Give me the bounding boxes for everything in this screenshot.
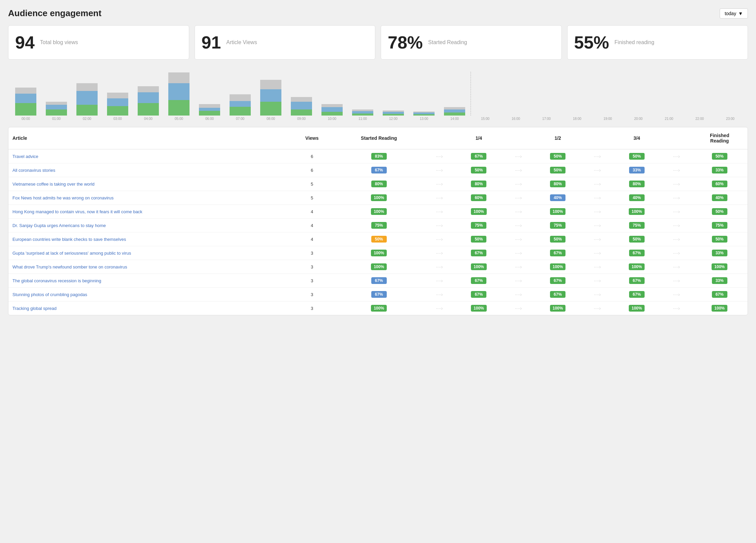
- arrow-cell: ····›: [582, 288, 612, 301]
- bar-gray: [168, 72, 189, 83]
- chart-labels: 00:0001:0002:0003:0004:0005:0006:0007:00…: [8, 116, 748, 121]
- bar-stack: [168, 72, 189, 116]
- arrow-cell: ····›: [503, 232, 534, 246]
- bar-gray: [46, 102, 67, 105]
- started-cell: 50%: [334, 232, 424, 246]
- stat-number-3: 55%: [574, 34, 609, 51]
- article-link[interactable]: Vietnamese coffee is taking over the wor…: [12, 182, 95, 187]
- article-link[interactable]: Hong Kong managed to contain virus, now …: [12, 209, 142, 214]
- date-dropdown[interactable]: today ▼: [720, 8, 748, 19]
- stat-card-3: 55% Finished reading: [567, 25, 748, 60]
- col-finished: FinishedReading: [691, 127, 748, 149]
- article-link[interactable]: The global coronavirus recession is begi…: [12, 278, 101, 283]
- bar-green: [260, 102, 281, 116]
- q3-badge: 67%: [629, 291, 645, 298]
- table-row: Travel advice 6 83% ····› 67% ····› 50% …: [8, 149, 748, 163]
- q3-badge: 40%: [629, 194, 645, 201]
- arrow-cell: ····›: [582, 177, 612, 191]
- q2-cell: 67%: [534, 288, 582, 301]
- arrow-cell: ····›: [582, 260, 612, 274]
- bar-green: [230, 107, 250, 116]
- bar-group: [72, 72, 102, 116]
- col-views: Views: [290, 127, 334, 149]
- chart-hour-label: 18:00: [562, 117, 592, 121]
- started-badge: 75%: [371, 222, 387, 229]
- q3-cell: 67%: [613, 246, 661, 260]
- article-link[interactable]: European countries write blank checks to…: [12, 237, 126, 242]
- bar-group: [654, 72, 684, 116]
- bar-group: [225, 72, 255, 116]
- arrow-cell: ····›: [661, 260, 691, 274]
- finished-badge: 40%: [712, 194, 727, 201]
- chart-hour-label: 06:00: [195, 117, 225, 121]
- table-row: Gupta 'surprised at lack of seriousness'…: [8, 246, 748, 260]
- q2-cell: 50%: [534, 163, 582, 177]
- finished-cell: 60%: [691, 177, 748, 191]
- article-link[interactable]: Fox News host admits he was wrong on cor…: [12, 195, 114, 200]
- finished-badge: 67%: [712, 291, 727, 298]
- arrow-cell: ····›: [582, 163, 612, 177]
- arrow-cell: ····›: [503, 274, 534, 288]
- bar-group: [348, 72, 378, 116]
- bar-group: [103, 72, 133, 116]
- finished-badge: 50%: [712, 208, 727, 215]
- q2-badge: 67%: [550, 250, 565, 256]
- arrow-cell: ····›: [582, 246, 612, 260]
- bar-blue: [260, 89, 281, 102]
- stat-number-0: 94: [15, 34, 35, 51]
- bar-blue: [230, 101, 250, 107]
- table-row: Vietnamese coffee is taking over the wor…: [8, 177, 748, 191]
- arrow-cell: ····›: [661, 177, 691, 191]
- chart-hour-label: 09:00: [286, 117, 316, 121]
- q2-badge: 50%: [550, 236, 565, 243]
- q1-badge: 80%: [471, 181, 486, 187]
- stat-card-0: 94 Total blog views: [8, 25, 189, 60]
- arrow-cell: ····›: [503, 191, 534, 205]
- started-cell: 67%: [334, 274, 424, 288]
- bar-group: [501, 72, 531, 116]
- q3-cell: 33%: [613, 163, 661, 177]
- article-link[interactable]: All coronavirus stories: [12, 168, 55, 173]
- article-link[interactable]: Tracking global spread: [12, 306, 57, 311]
- chart-bars: [8, 72, 748, 116]
- bar-green: [321, 112, 342, 116]
- finished-cell: 50%: [691, 205, 748, 219]
- q1-badge: 67%: [471, 250, 486, 256]
- q3-cell: 75%: [613, 219, 661, 232]
- article-link[interactable]: Stunning photos of crumbling pagodas: [12, 292, 87, 297]
- chart-hour-label: 17:00: [531, 117, 561, 121]
- bar-gray: [291, 97, 312, 102]
- bar-gray: [321, 104, 342, 107]
- started-cell: 83%: [334, 149, 424, 163]
- table-row: Dr. Sanjay Gupta urges Americans to stay…: [8, 219, 748, 232]
- q2-cell: 100%: [534, 260, 582, 274]
- finished-badge: 60%: [712, 181, 727, 187]
- bar-group: [11, 72, 41, 116]
- finished-cell: 67%: [691, 288, 748, 301]
- q2-badge: 67%: [550, 277, 565, 284]
- article-link[interactable]: What drove Trump's newfound somber tone …: [12, 264, 127, 269]
- arrow-cell: ····›: [424, 232, 454, 246]
- bar-green: [413, 114, 434, 116]
- article-link[interactable]: Dr. Sanjay Gupta urges Americans to stay…: [12, 223, 106, 228]
- stat-label-1: Article Views: [226, 39, 257, 45]
- chart-hour-label: 11:00: [348, 117, 378, 121]
- chart-hour-label: 19:00: [593, 117, 623, 121]
- arrow-cell: ····›: [582, 274, 612, 288]
- article-link[interactable]: Travel advice: [12, 154, 38, 159]
- q1-cell: 100%: [454, 301, 503, 315]
- finished-badge: 75%: [712, 222, 727, 229]
- chart-hour-label: 07:00: [225, 117, 255, 121]
- col-q2: 1/2: [534, 127, 582, 149]
- q1-badge: 67%: [471, 291, 486, 298]
- q3-cell: 100%: [613, 260, 661, 274]
- q3-badge: 50%: [629, 236, 645, 243]
- bar-stack: [383, 110, 404, 116]
- bar-stack: [230, 94, 250, 116]
- bar-group: [685, 72, 715, 116]
- bar-blue: [444, 109, 465, 113]
- chart-hour-label: 00:00: [11, 117, 41, 121]
- bar-green: [76, 105, 97, 116]
- q1-badge: 100%: [471, 305, 487, 312]
- article-link[interactable]: Gupta 'surprised at lack of seriousness'…: [12, 251, 131, 256]
